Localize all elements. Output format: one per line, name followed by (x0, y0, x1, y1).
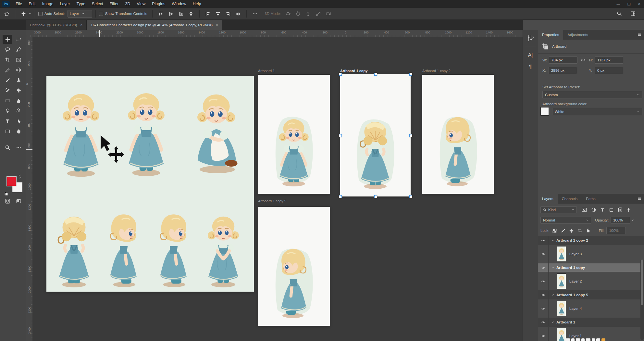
background-color-dropdown[interactable]: White (552, 108, 642, 115)
artboard-bg-swatch[interactable] (540, 107, 549, 116)
align-top-icon[interactable] (158, 11, 164, 17)
transform-handle[interactable] (409, 134, 412, 137)
menu-edit[interactable]: Edit (25, 0, 39, 8)
marquee-tool[interactable] (14, 35, 23, 44)
menu-type[interactable]: Type (73, 0, 89, 8)
blend-mode-dropdown[interactable]: Normal (540, 217, 591, 224)
show-transform-checkbox[interactable] (99, 12, 103, 16)
lock-all-icon[interactable] (586, 228, 590, 233)
more-options-icon[interactable] (252, 11, 258, 17)
search-icon[interactable] (617, 11, 622, 16)
menu-help[interactable]: Help (190, 0, 204, 8)
preset-dropdown[interactable]: Custom (542, 91, 642, 98)
tab-layers[interactable]: Layers (538, 194, 558, 204)
artboard-label[interactable]: Artboard 1 copy 5 (258, 199, 286, 203)
lasso-tool[interactable] (3, 45, 12, 54)
artboard-label[interactable]: Artboard 1 (258, 69, 275, 73)
gradient-tool[interactable] (3, 96, 12, 105)
visibility-toggle[interactable] (538, 318, 549, 326)
lock-image-pixels-icon[interactable] (561, 228, 565, 233)
brush-tool[interactable] (3, 76, 12, 85)
visibility-toggle[interactable] (538, 299, 549, 318)
distribute-vertical-icon[interactable] (188, 11, 194, 17)
visibility-toggle[interactable] (538, 291, 549, 299)
default-colors-icon[interactable] (4, 192, 8, 196)
menu-plugins[interactable]: Plugins (149, 0, 168, 8)
artboard-row-artboard-1-copy-2[interactable]: Artboard 1 copy 2 (538, 236, 644, 245)
blur-tool[interactable] (14, 96, 23, 105)
home-icon[interactable] (4, 11, 9, 17)
tab-paths[interactable]: Paths (582, 194, 600, 204)
artboard-1[interactable] (258, 75, 330, 194)
layer-thumbnail[interactable] (557, 246, 566, 262)
align-right-icon[interactable] (225, 11, 231, 17)
panel-menu-icon[interactable] (637, 197, 642, 201)
frame-tool[interactable] (14, 55, 23, 64)
tab-close-icon[interactable]: × (80, 23, 82, 27)
menu-filter[interactable]: Filter (106, 0, 122, 8)
menu-layer[interactable]: Layer (56, 0, 73, 8)
heal-tool[interactable] (14, 66, 23, 75)
artboard-1-copy-5[interactable] (258, 207, 330, 326)
width-field[interactable]: 704 px (549, 57, 577, 64)
document-tab-untitled[interactable]: Untitled-1 @ 33.3% (RGB/8) × (26, 20, 87, 30)
layer-thumbnail[interactable] (557, 301, 566, 316)
menu-image[interactable]: Image (39, 0, 57, 8)
transform-handle[interactable] (374, 195, 377, 198)
transform-handle[interactable] (409, 195, 412, 198)
transform-handle[interactable] (339, 73, 342, 76)
transform-handle[interactable] (374, 73, 377, 76)
transform-handle[interactable] (409, 73, 412, 76)
artboard-label[interactable]: Artboard 1 copy 2 (422, 69, 451, 73)
layer-row-layer-4[interactable]: Layer 4 (538, 299, 644, 318)
filter-shape-layers-icon[interactable] (609, 208, 614, 212)
filter-kind-dropdown[interactable]: Kind (540, 206, 577, 213)
artboard-1-copy-2[interactable] (422, 75, 494, 194)
stamp-tool[interactable] (14, 76, 23, 85)
crop-tool[interactable] (3, 55, 12, 64)
move-tool[interactable] (3, 35, 12, 44)
close-icon[interactable]: ✕ (638, 2, 641, 6)
visibility-toggle[interactable] (538, 245, 549, 263)
visibility-toggle[interactable] (538, 327, 549, 341)
foreground-color-swatch[interactable] (6, 176, 17, 186)
opacity-field[interactable]: 100% (611, 217, 630, 224)
layer-row-layer-3[interactable]: Layer 3 (538, 245, 644, 263)
layers-scrollbar[interactable] (640, 259, 644, 340)
minimize-icon[interactable]: — (616, 2, 620, 6)
layer-row-layer-2[interactable]: Layer 2 (538, 272, 644, 291)
chevron-down-icon[interactable] (29, 12, 31, 15)
filter-toggle-icon[interactable] (626, 207, 631, 213)
quick-mask-button[interactable] (3, 196, 12, 206)
type-tool[interactable] (3, 117, 12, 126)
pen-tool[interactable] (14, 107, 23, 116)
x-field[interactable]: 2896 px (549, 67, 577, 74)
visibility-toggle[interactable] (538, 236, 549, 245)
chevron-down-icon[interactable] (631, 219, 634, 221)
rect-tool[interactable] (3, 127, 12, 136)
menu-window[interactable]: Window (168, 0, 189, 8)
expand-chevron-icon[interactable] (551, 293, 554, 297)
menu-select[interactable]: Select (89, 0, 106, 8)
document-tab-character-design[interactable]: 16- Consistent Character design.psd @ 40… (87, 20, 222, 30)
filter-smart-objects-icon[interactable] (618, 207, 623, 212)
menu-view[interactable]: View (133, 0, 149, 8)
swap-colors-icon[interactable] (18, 174, 22, 179)
artboard-row-artboard-1-copy-5[interactable]: Artboard 1 copy 5 (538, 291, 644, 299)
layer-thumbnail[interactable] (557, 273, 566, 289)
tab-adjustments[interactable]: Adjustments (563, 30, 592, 40)
visibility-toggle[interactable] (538, 263, 549, 272)
artboard-row-artboard-1-copy[interactable]: Artboard 1 copy (538, 263, 644, 272)
filter-adjustment-layers-icon[interactable] (591, 207, 596, 212)
layer-thumbnail[interactable] (557, 328, 566, 341)
paragraph-panel-icon[interactable]: ¶ (526, 63, 534, 71)
tab-channels[interactable]: Channels (558, 194, 582, 204)
qselect-tool[interactable] (14, 45, 23, 54)
hbrush-tool[interactable] (3, 86, 12, 95)
reference-image[interactable] (46, 76, 254, 292)
eyedrop-tool[interactable] (3, 66, 12, 75)
workspace-switcher-icon[interactable] (630, 11, 636, 16)
y-field[interactable]: 0 px (595, 67, 623, 74)
dots-tool[interactable] (14, 143, 23, 152)
artboard-1-copy[interactable] (340, 74, 411, 196)
